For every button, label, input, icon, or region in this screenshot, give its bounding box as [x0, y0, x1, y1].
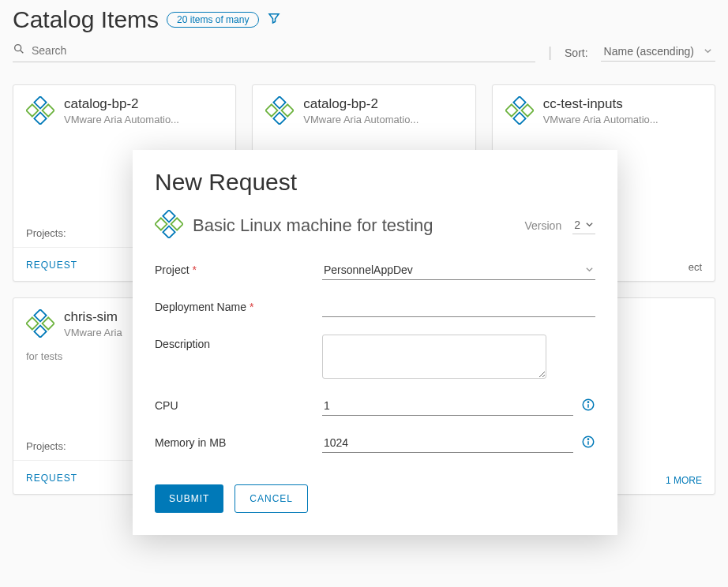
svg-rect-6 [274, 96, 286, 108]
svg-rect-8 [266, 104, 278, 116]
items-count-badge: 20 items of many [167, 12, 259, 28]
template-icon [505, 96, 534, 128]
svg-rect-19 [171, 218, 183, 230]
svg-rect-21 [163, 226, 174, 238]
search-input[interactable] [32, 44, 535, 57]
svg-rect-18 [163, 210, 174, 222]
card-title: chris-sim [64, 309, 122, 325]
projects-label: Projects: [26, 227, 66, 239]
card-title: catalog-bp-2 [303, 96, 418, 112]
description-textarea[interactable] [322, 335, 546, 379]
page-title: Catalog Items [13, 6, 159, 33]
template-icon [26, 96, 54, 128]
cpu-label: CPU [155, 396, 313, 412]
version-label: Version [525, 219, 562, 232]
memory-input[interactable] [322, 433, 573, 453]
svg-rect-7 [282, 104, 294, 116]
card-title: cc-test-inputs [543, 96, 659, 112]
modal-item-title: Basic Linux machine for testing [193, 215, 514, 236]
more-projects-link[interactable]: 1 MORE [666, 475, 702, 486]
svg-rect-5 [34, 113, 46, 125]
projects-value: ect [689, 261, 702, 273]
template-icon [265, 96, 294, 128]
deployment-name-label: Deployment Name* [155, 297, 313, 313]
sort-select[interactable]: Name (ascending) [601, 43, 715, 62]
deployment-name-input[interactable] [322, 297, 595, 317]
info-icon[interactable] [581, 435, 595, 452]
svg-rect-14 [34, 309, 46, 321]
required-mark: * [250, 301, 253, 313]
version-value: 2 [574, 219, 580, 231]
svg-point-24 [587, 402, 588, 402]
projects-label: Projects: [26, 440, 66, 452]
svg-rect-16 [26, 317, 38, 329]
svg-rect-10 [513, 96, 525, 108]
svg-line-1 [21, 50, 23, 53]
template-icon [155, 210, 182, 241]
project-label: Project* [155, 260, 313, 276]
project-value: PersonnelAppDev [324, 264, 413, 276]
version-select[interactable]: 2 [572, 217, 595, 234]
svg-rect-20 [155, 218, 167, 230]
chevron-down-icon [704, 45, 712, 58]
toolbar-separator: | [548, 44, 552, 61]
cpu-input[interactable] [322, 396, 573, 416]
search-icon [13, 43, 32, 58]
svg-rect-17 [34, 326, 46, 338]
memory-label: Memory in MB [155, 433, 313, 449]
new-request-modal: New Request Basic Linux machine for test… [133, 150, 617, 535]
card-subtitle: VMware Aria Automatio... [64, 114, 179, 125]
search-box[interactable] [13, 43, 535, 62]
card-subtitle: VMware Aria [64, 327, 122, 338]
project-select[interactable]: PersonnelAppDev [322, 260, 595, 280]
svg-rect-2 [34, 96, 46, 108]
submit-button[interactable]: SUBMIT [155, 484, 223, 513]
template-icon [26, 309, 54, 341]
card-subtitle: VMware Aria Automatio... [543, 114, 659, 125]
svg-rect-3 [43, 104, 54, 116]
chevron-down-icon [585, 264, 594, 276]
sort-label: Sort: [565, 47, 588, 59]
svg-rect-13 [513, 113, 525, 125]
required-mark: * [193, 264, 197, 276]
svg-point-0 [15, 45, 21, 51]
cancel-button[interactable]: CANCEL [235, 484, 308, 513]
filter-icon[interactable] [267, 11, 281, 28]
request-button[interactable]: REQUEST [26, 473, 77, 484]
request-button[interactable]: REQUEST [26, 260, 77, 271]
modal-title: New Request [155, 169, 595, 196]
card-subtitle: VMware Aria Automatio... [303, 114, 418, 125]
svg-point-27 [587, 439, 588, 439]
description-label: Description [155, 335, 313, 350]
svg-rect-11 [521, 104, 533, 116]
card-title: catalog-bp-2 [64, 96, 179, 112]
svg-rect-4 [26, 104, 38, 116]
sort-selected: Name (ascending) [604, 45, 694, 58]
info-icon[interactable] [581, 398, 595, 415]
svg-rect-15 [43, 317, 54, 329]
svg-rect-12 [505, 104, 517, 116]
svg-rect-9 [274, 113, 286, 125]
chevron-down-icon [585, 219, 594, 231]
